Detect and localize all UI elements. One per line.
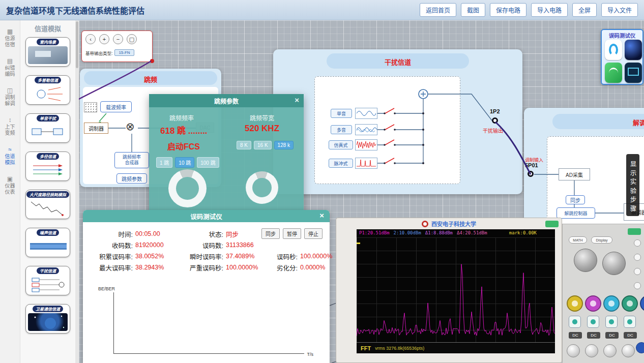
- sidebar-item-freq-conv[interactable]: ↕ 上下 变频: [5, 117, 15, 136]
- save-circuit-button[interactable]: 保存电路: [490, 3, 526, 17]
- ber-sync-button[interactable]: 同步: [261, 228, 280, 239]
- scrollbar-thumb[interactable]: [76, 21, 78, 68]
- sidebar-item-instruments[interactable]: ▣ 仪器 仪表: [5, 176, 15, 195]
- sidebar-item-channel-sim[interactable]: ≈ 信道 模拟: [5, 146, 15, 166]
- sidebar-item-source-sink[interactable]: ▦ 信源 信宿: [5, 28, 15, 48]
- header-bar: 复杂信道环境下无线通信系统性能评估 返回首页 截图 保存电路 导入电路 全屏 导…: [0, 0, 644, 20]
- hop-option-100[interactable]: 100 跳: [197, 157, 219, 168]
- offset-knob-1[interactable]: [567, 344, 580, 357]
- satellite-thumbnail: [28, 313, 68, 331]
- offset-knob-2[interactable]: [585, 344, 598, 357]
- swirl-app-icon[interactable]: [605, 40, 622, 60]
- sync-button[interactable]: 同步: [566, 195, 585, 204]
- circuit-canvas[interactable]: 跳频 载波频率 调制器 ⊗ DAC 跳频频率 合成器 跳频参数: [79, 20, 644, 363]
- bw-option-128k[interactable]: 128 k: [274, 141, 294, 149]
- show-steps-button[interactable]: 显示实验步骤: [626, 154, 639, 216]
- module-card-single-tone[interactable]: 单音干扰: [25, 113, 70, 143]
- channel-button-1[interactable]: [569, 316, 581, 328]
- channel-sim-icon: ≈: [8, 146, 12, 153]
- channel-button-3[interactable]: [605, 316, 618, 328]
- fft-info: vrms 3276.8k(65536pts): [375, 346, 424, 351]
- baseband-type-select[interactable]: 15-FN: [114, 49, 134, 56]
- screenshot-button[interactable]: 截图: [461, 3, 485, 17]
- close-icon[interactable]: ×: [319, 211, 324, 219]
- module-card-noise-channel[interactable]: 噪声信道: [25, 228, 70, 257]
- fullscreen-button[interactable]: 全屏: [572, 3, 597, 17]
- instrument-power-button[interactable]: [628, 228, 641, 235]
- stat-value: 37.4089%: [223, 253, 268, 260]
- ber-mini-tiles: [605, 40, 642, 83]
- hop-option-10[interactable]: 10 跳: [175, 157, 194, 168]
- modulator-box[interactable]: 调制器: [84, 123, 108, 134]
- satellite-app-icon[interactable]: [625, 40, 642, 60]
- main-knob[interactable]: [574, 249, 597, 272]
- zoom-out-icon[interactable]: −: [113, 34, 123, 44]
- baseband-source-box[interactable]: [84, 102, 97, 112]
- green-app-icon[interactable]: [605, 63, 622, 83]
- freq-conv-icon: ↕: [9, 117, 12, 123]
- module-card-multipath[interactable]: 多径信道: [25, 152, 70, 181]
- hop-params-button[interactable]: 跳频参数: [116, 173, 147, 184]
- sim-noise-option[interactable]: 仿真式: [329, 140, 353, 149]
- sidebar-item-mod-demod[interactable]: ◫ 调制 解调: [5, 87, 15, 107]
- panel-button-2[interactable]: [634, 254, 641, 261]
- module-card-indoor-scene[interactable]: 室内场景: [25, 37, 70, 67]
- channel-knob-blue[interactable]: [640, 295, 644, 312]
- stat-value: 38.0052%: [133, 253, 174, 260]
- panel-button-4[interactable]: [634, 282, 641, 289]
- ber-header[interactable]: 误码测试仪: [83, 210, 330, 222]
- import-circuit-button[interactable]: 导入电路: [531, 3, 568, 17]
- channel-knob-yellow[interactable]: [567, 295, 583, 312]
- module-card-doppler-channel[interactable]: 多普勒信道: [25, 75, 70, 105]
- channel-knob-teal[interactable]: [622, 295, 638, 312]
- channel-knob-magenta[interactable]: [585, 295, 601, 312]
- math-button[interactable]: MATH: [569, 236, 587, 244]
- monitor-app-icon[interactable]: [625, 63, 642, 83]
- back-icon[interactable]: ‹: [85, 34, 96, 44]
- bw-option-16k[interactable]: 16 K: [254, 141, 272, 149]
- power-button[interactable]: [545, 221, 559, 227]
- carrier-freq-button[interactable]: 载波频率: [100, 101, 132, 112]
- start-fcs-button[interactable]: 启动FCS: [167, 140, 200, 152]
- module-card-satellite-channel[interactable]: 卫星通信信道: [25, 304, 70, 334]
- stat-label: 严重误码秒:: [174, 263, 223, 273]
- close-icon[interactable]: ×: [295, 96, 299, 104]
- ber-pause-button[interactable]: 暂停: [283, 228, 301, 239]
- panel-button-3[interactable]: [634, 268, 641, 275]
- spectrum-analyzer: 西安电子科技大学 P1:20.51dBm 2:10.00dBm Δ1:8.88d…: [336, 218, 562, 363]
- secondary-knob[interactable]: [602, 252, 626, 275]
- nav-label: 纠错: [5, 65, 15, 71]
- zoom-in-icon[interactable]: +: [99, 34, 109, 44]
- home-button[interactable]: 返回首页: [420, 3, 456, 17]
- module-card-interference-channel[interactable]: 干扰信道: [25, 266, 70, 295]
- channel-button-4[interactable]: [624, 316, 636, 328]
- panel-button-1[interactable]: [634, 239, 641, 247]
- hop-synthesizer-box[interactable]: 跳频频率 合成器: [114, 152, 149, 168]
- import-file-button[interactable]: 导入文件: [601, 3, 638, 17]
- interference-output-port[interactable]: [492, 117, 498, 124]
- pulse-option[interactable]: 脉冲式: [329, 159, 353, 168]
- sidebar-item-fec[interactable]: ▤ 纠错 编码: [5, 58, 15, 77]
- channel-button-2[interactable]: [587, 316, 599, 328]
- fit-view-icon[interactable]: ▢: [127, 34, 137, 44]
- modal-header[interactable]: 跳频参数: [149, 94, 304, 107]
- offset-knob-4[interactable]: [622, 344, 635, 357]
- hop-bandwidth-value: 520 KHZ: [245, 124, 279, 134]
- display-button[interactable]: Display: [591, 236, 612, 244]
- ber-stop-button[interactable]: 停止: [304, 228, 323, 239]
- offset-knob-3[interactable]: [603, 344, 617, 357]
- ad-capture-box[interactable]: AD采集: [559, 168, 590, 180]
- stat-label: 时间:: [90, 229, 133, 239]
- sidebar-scrollbar[interactable]: [75, 20, 79, 363]
- bw-option-8k[interactable]: 8 K: [237, 141, 251, 149]
- hop-option-1[interactable]: 1 跳: [156, 157, 172, 168]
- ber-mini-panel[interactable]: 误码测试仪: [601, 29, 643, 85]
- output-port-dot[interactable]: [150, 59, 154, 63]
- mod-input-port[interactable]: [528, 171, 534, 177]
- channel-knob-cyan[interactable]: [603, 295, 620, 312]
- trigger-knob[interactable]: [636, 342, 644, 353]
- multi-tone-option[interactable]: 多音: [331, 125, 352, 134]
- module-card-pathloss[interactable]: 大尺度路径损耗模拟: [25, 190, 70, 219]
- single-tone-option[interactable]: 单音: [331, 109, 352, 118]
- dehop-controller-box[interactable]: 解跳控制器: [557, 207, 595, 219]
